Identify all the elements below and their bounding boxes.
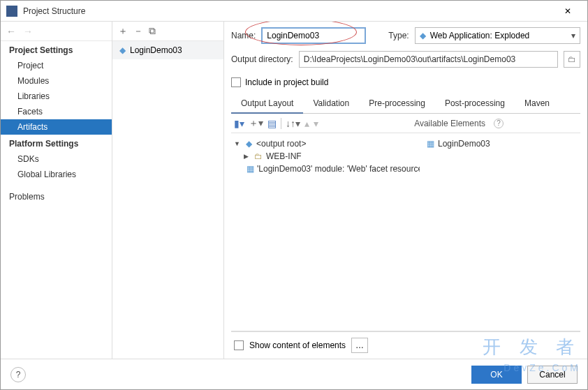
close-button[interactable]: ✕: [554, 6, 582, 16]
folder-icon: 🗀: [253, 151, 263, 161]
nav-modules[interactable]: Modules: [1, 73, 112, 89]
add-copy-button[interactable]: ＋▾: [249, 117, 263, 130]
tree-web-inf[interactable]: ▶ 🗀 WEB-INF: [244, 150, 417, 163]
nav-artifacts[interactable]: Artifacts: [1, 119, 112, 135]
sort-button[interactable]: ↓↑▾: [286, 118, 300, 129]
tree-module-label: 'LoginDemo03' module: 'Web' facet resour…: [257, 164, 420, 174]
type-label: Type:: [388, 31, 409, 40]
left-nav-panel: ← → Project Settings Project Modules Lib…: [1, 22, 112, 359]
layout-toolbar: ▮▾ ＋▾ ▤ ↓↑▾ ▴ ▾ Available Elements ?: [231, 114, 580, 133]
include-build-row[interactable]: Include in project build: [231, 77, 580, 87]
nav-project[interactable]: Project: [1, 58, 112, 73]
nav-global-libraries[interactable]: Global Libraries: [1, 167, 112, 182]
app-icon: [6, 6, 17, 17]
tab-post-processing[interactable]: Post-processing: [435, 94, 515, 113]
back-arrow-icon[interactable]: ←: [6, 26, 16, 37]
expand-icon[interactable]: ▼: [234, 140, 241, 147]
window-title: Project Structure: [23, 6, 554, 16]
output-dir-row: Output directory: D:\IdeaProjects\LoginD…: [231, 51, 580, 68]
tree-output-root[interactable]: ▼ ◆ <output root>: [234, 137, 417, 150]
titlebar: Project Structure ✕: [1, 1, 587, 22]
artifact-detail-panel: Name: Type: ◆ Web Application: Exploded …: [224, 22, 587, 359]
tab-output-layout[interactable]: Output Layout: [231, 94, 303, 114]
bottom-strip: Show content of elements …: [231, 331, 580, 359]
artifact-type-dropdown[interactable]: ◆ Web Application: Exploded ▾: [415, 27, 580, 44]
remove-artifact-button[interactable]: －: [133, 25, 143, 38]
name-type-row: Name: Type: ◆ Web Application: Exploded …: [231, 27, 580, 44]
available-item-label: LoginDemo03: [438, 139, 490, 149]
tab-pre-processing[interactable]: Pre-processing: [359, 94, 435, 113]
layout-icon-button[interactable]: ▤: [267, 118, 277, 129]
nav-libraries[interactable]: Libraries: [1, 89, 112, 104]
move-down-button[interactable]: ▾: [314, 118, 318, 129]
artifact-name-input[interactable]: [261, 27, 366, 44]
section-platform-settings: Platform Settings: [1, 135, 112, 151]
help-icon[interactable]: ?: [494, 119, 504, 128]
nav-sdks[interactable]: SDKs: [1, 151, 112, 167]
output-dir-label: Output directory:: [231, 54, 293, 64]
artifact-tabs: Output Layout Validation Pre-processing …: [231, 94, 580, 114]
show-content-label: Show content of elements: [249, 340, 346, 350]
artifact-item-logindemo03[interactable]: ◆ LoginDemo03: [112, 41, 223, 59]
dialog-button-row: ? OK Cancel: [1, 359, 587, 389]
tab-maven[interactable]: Maven: [515, 94, 559, 113]
type-icon: ◆: [420, 31, 426, 40]
available-item-logindemo03[interactable]: ▦ LoginDemo03: [425, 137, 575, 150]
artifact-toolbar: ＋ － ⧉: [112, 22, 223, 41]
tree-module-resources[interactable]: ▦ 'LoginDemo03' module: 'Web' facet reso…: [244, 163, 417, 175]
new-folder-button[interactable]: ▮▾: [234, 118, 244, 129]
ellipsis-button[interactable]: …: [351, 338, 368, 353]
dialog-help-button[interactable]: ?: [10, 367, 26, 382]
layout-split: ▼ ◆ <output root> ▶ 🗀 WEB-INF ▦ 'LoginDe…: [231, 133, 580, 331]
name-label: Name:: [231, 31, 256, 40]
move-up-button[interactable]: ▴: [304, 118, 309, 129]
body-area: ← → Project Settings Project Modules Lib…: [1, 22, 587, 359]
output-dir-value: D:\IdeaProjects\LoginDemo03\out\artifact…: [304, 54, 516, 64]
chevron-down-icon: ▾: [571, 31, 575, 40]
project-structure-window: Project Structure ✕ ← → Project Settings…: [0, 0, 588, 390]
tab-validation[interactable]: Validation: [303, 94, 359, 113]
include-build-checkbox[interactable]: [231, 77, 241, 87]
type-value: Web Application: Exploded: [430, 31, 530, 40]
forward-arrow-icon[interactable]: →: [23, 26, 33, 37]
root-icon: ◆: [244, 139, 253, 149]
section-project-settings: Project Settings: [1, 41, 112, 58]
available-elements-pane: ▦ LoginDemo03: [420, 133, 580, 331]
nav-facets[interactable]: Facets: [1, 104, 112, 119]
module-icon: ▦: [247, 164, 254, 174]
available-elements-label: Available Elements: [414, 119, 485, 128]
expand-icon[interactable]: ▶: [244, 153, 251, 160]
browse-folder-button[interactable]: 🗀: [564, 51, 580, 68]
artifact-label: LoginDemo03: [130, 45, 182, 55]
tree-root-label: <output root>: [256, 139, 306, 149]
nav-problems[interactable]: Problems: [1, 189, 112, 204]
output-tree-pane: ▼ ◆ <output root> ▶ 🗀 WEB-INF ▦ 'LoginDe…: [231, 133, 420, 331]
nav-history-row: ← →: [1, 22, 112, 41]
show-content-checkbox[interactable]: [234, 340, 244, 350]
copy-artifact-button[interactable]: ⧉: [149, 25, 156, 37]
cancel-button[interactable]: Cancel: [527, 366, 578, 384]
ok-button[interactable]: OK: [471, 366, 522, 384]
tree-webinf-label: WEB-INF: [266, 151, 302, 161]
add-artifact-button[interactable]: ＋: [118, 25, 128, 38]
artifact-icon: ◆: [119, 45, 126, 55]
folder-icon: 🗀: [568, 54, 576, 64]
artifact-list-panel: ＋ － ⧉ ◆ LoginDemo03: [112, 22, 224, 359]
output-dir-input[interactable]: D:\IdeaProjects\LoginDemo03\out\artifact…: [299, 51, 558, 68]
include-build-label: Include in project build: [245, 77, 328, 87]
module-icon: ▦: [425, 139, 435, 149]
